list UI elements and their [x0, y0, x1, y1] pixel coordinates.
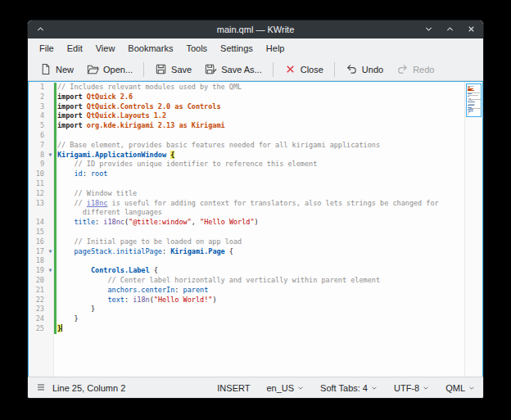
code-line-6[interactable]: 6 [29, 131, 464, 141]
fold-column [47, 179, 54, 189]
code-area[interactable]: 1// Includes relevant modules used by th… [29, 83, 464, 334]
code-text: // Base element, provides basic features… [54, 141, 464, 151]
code-line-1[interactable]: 1// Includes relevant modules used by th… [29, 83, 464, 93]
code-line-23[interactable]: 23 } [29, 305, 464, 314]
code-text: title: i18nc("@title:window", "Hello Wor… [54, 218, 464, 228]
close-icon [467, 22, 476, 37]
code-line-11[interactable]: 11 [29, 179, 464, 189]
menu-help[interactable]: Help [260, 40, 292, 56]
open-button[interactable]: Open... [80, 61, 139, 78]
fold-column [47, 121, 54, 131]
undo-icon [346, 63, 358, 75]
code-line-7[interactable]: 7// Base element, provides basic feature… [29, 141, 464, 151]
statusbar-utf-8[interactable]: UTF-8 [394, 383, 429, 393]
new-button[interactable]: New [33, 61, 80, 78]
document-new-icon [39, 63, 52, 75]
toolbar-separator [143, 62, 144, 77]
code-text: import QtQuick.Controls 2.0 as Controls [54, 102, 464, 112]
document-close-icon [284, 63, 296, 75]
minimap-line [468, 90, 474, 91]
code-line-5[interactable]: 5import org.kde.kirigami 2.13 as Kirigam… [29, 121, 464, 131]
toolbar-button-label: New [56, 65, 74, 75]
code-line-22[interactable]: 22 text: i18n("Hello World!") [29, 296, 464, 305]
maximize-button[interactable] [444, 24, 455, 35]
titlebar[interactable]: main.qml — KWrite [28, 20, 483, 38]
statusbar-qml[interactable]: QML [445, 383, 475, 393]
line-number: 22 [29, 296, 47, 305]
line-number: 2 [29, 93, 47, 102]
statusbar-menu-icon[interactable] [36, 382, 46, 394]
code-line-9[interactable]: 9 // ID provides unique identifier to re… [29, 160, 464, 169]
chevron-down-icon [371, 383, 378, 393]
undo-button[interactable]: Undo [339, 61, 390, 78]
desktop-background: main.qml — KWrite FileEditViewBookmarksT… [0, 0, 511, 420]
save-as-button[interactable]: Save As... [198, 61, 269, 78]
minimap-line [468, 102, 475, 102]
code-line-15[interactable]: 15 [29, 228, 464, 237]
fold-marker-icon[interactable]: ▼ [47, 266, 54, 276]
code-line-20[interactable]: 20 // Center label horizontally and vert… [29, 276, 464, 286]
fold-marker-icon[interactable]: ▼ [47, 151, 54, 160]
fold-marker-icon[interactable]: ▼ [47, 247, 54, 257]
menu-view[interactable]: View [89, 40, 122, 56]
code-line-24[interactable]: 24 } [29, 314, 464, 324]
statusbar-insert[interactable]: INSERT [217, 383, 250, 393]
line-number: 12 [29, 189, 47, 199]
line-number: 15 [29, 228, 47, 237]
code-line-2[interactable]: 2import QtQuick 2.6 [29, 93, 464, 102]
scrollbar-minimap-track[interactable] [464, 82, 482, 377]
close-window-button[interactable] [465, 24, 477, 35]
code-line-4[interactable]: 4import QtQuick.Layouts 1.2 [29, 111, 464, 121]
keep-above-button[interactable] [34, 24, 46, 35]
code-line-8[interactable]: 8▼Kirigami.ApplicationWindow { [29, 151, 464, 160]
fold-column [47, 305, 54, 314]
chevron-down-icon [297, 383, 304, 393]
code-text: // ID provides unique identifier to refe… [54, 160, 464, 169]
line-number: 21 [29, 286, 47, 296]
toolbar-separator [273, 62, 274, 77]
code-text: } [54, 314, 464, 324]
code-line-18[interactable]: 18 [29, 256, 464, 266]
fold-column [47, 228, 54, 237]
code-text [54, 179, 464, 189]
fold-column [47, 111, 54, 121]
code-line-10[interactable]: 10 id: root [29, 169, 464, 179]
code-line-14[interactable]: 14 title: i18nc("@title:window", "Hello … [29, 218, 464, 228]
fold-column [47, 276, 54, 286]
menu-edit[interactable]: Edit [61, 40, 89, 56]
menu-settings[interactable]: Settings [214, 40, 260, 56]
minimap-visible-region[interactable] [466, 84, 482, 117]
menu-file[interactable]: File [33, 40, 61, 56]
text-cursor [61, 324, 62, 332]
minimap-line [468, 95, 478, 96]
toolbar-separator [334, 62, 335, 77]
code-line-12[interactable]: 12 // Window title [29, 189, 464, 199]
code-line-3[interactable]: 3import QtQuick.Controls 2.0 as Controls [29, 102, 464, 112]
code-line-17[interactable]: 17▼ pageStack.initialPage: Kirigami.Page… [29, 247, 464, 257]
code-text: import org.kde.kirigami 2.13 as Kirigami [54, 121, 464, 131]
code-line-wrap[interactable]: different languages [29, 208, 464, 218]
line-number: 16 [29, 237, 47, 247]
menu-bookmarks[interactable]: Bookmarks [121, 40, 179, 56]
fold-column [47, 286, 54, 296]
statusbar-en-us[interactable]: en_US [266, 383, 304, 393]
editor-view[interactable]: 1// Includes relevant modules used by th… [28, 81, 483, 377]
code-line-19[interactable]: 19▼ Controls.Label { [29, 266, 464, 276]
code-line-16[interactable]: 16 // Initial page to be loaded on app l… [29, 237, 464, 247]
code-text [54, 228, 464, 237]
fold-column [47, 131, 54, 141]
code-text: anchors.centerIn: parent [54, 286, 464, 296]
code-text: text: i18n("Hello World!") [54, 296, 464, 305]
code-line-13[interactable]: 13 // i18nc is useful for adding context… [29, 199, 464, 209]
code-text: id: root [54, 169, 464, 179]
statusbar-soft-tabs-4[interactable]: Soft Tabs: 4 [320, 383, 378, 393]
close-button[interactable]: Close [278, 61, 330, 78]
menu-tools[interactable]: Tools [179, 40, 214, 56]
line-number: 20 [29, 276, 47, 286]
code-line-25[interactable]: 25} [29, 324, 464, 334]
minimize-button[interactable] [423, 24, 434, 35]
code-line-21[interactable]: 21 anchors.centerIn: parent [29, 286, 464, 296]
chevron-up-icon [36, 22, 45, 37]
fold-column [47, 256, 54, 266]
save-button[interactable]: Save [148, 61, 198, 78]
